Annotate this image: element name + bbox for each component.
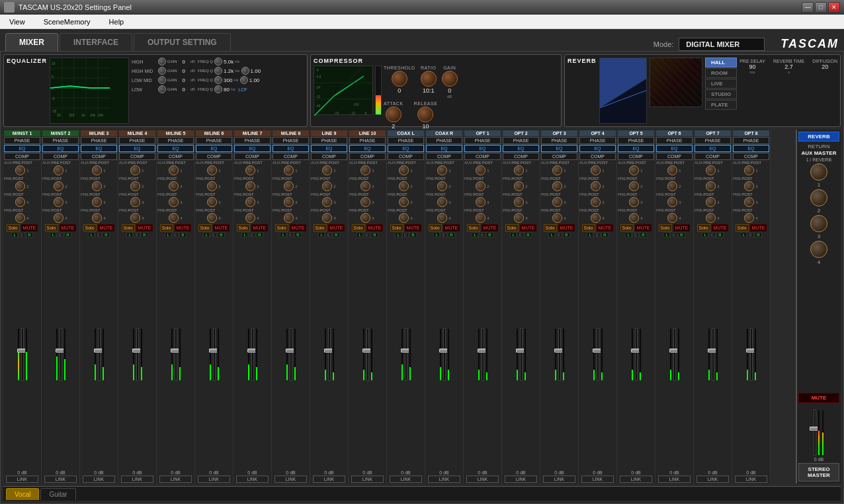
aux-knob-2-10[interactable] [399,181,409,191]
comp-btn-3[interactable]: COMP [119,153,155,160]
aux-knob-4-10[interactable] [399,213,409,223]
solo-btn-15[interactable]: Solo [582,224,595,231]
c-btn-16[interactable]: C [632,232,639,237]
phase-btn-1[interactable]: PHASE [42,137,79,144]
aux-knob-1-3[interactable] [130,165,140,175]
c-btn-6[interactable]: C [249,232,255,237]
l-btn-4[interactable]: L [165,232,171,237]
r-btn-6[interactable]: R [256,232,263,237]
l-btn-19[interactable]: L [740,232,746,237]
aux-knob-3-7[interactable] [284,197,294,207]
l-btn-3[interactable]: L [126,232,132,237]
aux-knob-3-12[interactable] [476,197,485,207]
l-btn-13[interactable]: L [510,232,516,237]
link-btn-0[interactable]: LINK [6,476,39,483]
comp-btn-17[interactable]: COMP [656,153,693,160]
phase-btn-4[interactable]: PHASE [157,137,194,144]
eq-btn-16[interactable]: EQ [618,145,654,152]
eq-btn-5[interactable]: EQ [196,145,232,152]
comp-release-knob[interactable] [417,106,433,122]
aux-knob-4-12[interactable] [476,213,485,223]
aux-knob-1-6[interactable] [245,165,255,175]
c-btn-12[interactable]: C [479,232,485,237]
menu-help[interactable]: Help [105,17,128,27]
c-btn-15[interactable]: C [594,232,601,237]
c-btn-9[interactable]: C [364,232,370,237]
aux-knob-3-8[interactable] [322,197,332,207]
solo-btn-12[interactable]: Solo [467,224,480,231]
phase-btn-2[interactable]: PHASE [81,137,117,144]
comp-threshold-knob[interactable] [392,71,407,87]
eq-high-gain-knob[interactable] [158,58,166,65]
comp-btn-19[interactable]: COMP [733,153,769,160]
l-btn-2[interactable]: L [88,232,94,237]
l-btn-14[interactable]: L [548,232,554,237]
aux-knob-1-4[interactable] [169,165,179,175]
r-btn-7[interactable]: R [294,232,301,237]
reverb-mute-btn[interactable]: MUTE [798,393,839,403]
phase-btn-5[interactable]: PHASE [196,137,232,144]
eq-highmid-gain-knob[interactable] [158,67,166,75]
eq-lowmid-gain-knob[interactable] [158,76,166,84]
phase-btn-7[interactable]: PHASE [273,137,309,144]
comp-btn-14[interactable]: COMP [541,153,577,160]
tab-output-setting[interactable]: OUTPUT SETTING [134,33,231,51]
mute-btn-2[interactable]: MUTE [98,224,115,231]
aux-knob-3-17[interactable] [667,197,677,207]
mute-btn-0[interactable]: MUTE [21,224,38,231]
tab-mixer[interactable]: MIXER [5,33,58,51]
aux-knob-4-11[interactable] [437,213,447,223]
aux-knob-4-9[interactable] [360,213,370,223]
c-btn-17[interactable]: C [671,232,677,237]
mute-btn-15[interactable]: MUTE [597,224,614,231]
aux-knob-1-14[interactable] [552,165,562,175]
link-btn-12[interactable]: LINK [466,476,499,483]
mute-btn-3[interactable]: MUTE [136,224,153,231]
eq-btn-9[interactable]: EQ [349,145,386,152]
aux-knob-3-15[interactable] [591,197,601,207]
r-btn-14[interactable]: R [563,232,570,237]
solo-btn-0[interactable]: Solo [7,224,20,231]
aux-knob-1-13[interactable] [514,165,524,175]
c-btn-18[interactable]: C [709,232,716,237]
c-btn-13[interactable]: C [517,232,524,237]
mute-btn-7[interactable]: MUTE [290,224,307,231]
mute-btn-13[interactable]: MUTE [520,224,537,231]
mute-btn-8[interactable]: MUTE [328,224,345,231]
comp-btn-16[interactable]: COMP [618,153,654,160]
solo-btn-18[interactable]: Solo [697,224,710,231]
return-knob-4[interactable] [810,241,827,258]
tab-interface[interactable]: INTERFACE [60,33,132,51]
reverb-type-live[interactable]: LIVE [705,79,737,89]
link-btn-11[interactable]: LINK [428,476,461,483]
phase-btn-11[interactable]: PHASE [426,137,462,144]
aux-knob-2-4[interactable] [169,181,179,191]
r-btn-18[interactable]: R [716,232,723,237]
aux-knob-3-2[interactable] [92,197,102,207]
l-btn-1[interactable]: L [50,232,56,237]
aux-knob-1-8[interactable] [322,165,332,175]
aux-knob-4-18[interactable] [706,213,716,223]
eq-lowmid-q-knob[interactable] [240,76,248,84]
solo-btn-2[interactable]: Solo [83,224,97,231]
link-btn-16[interactable]: LINK [620,476,653,483]
aux-knob-4-3[interactable] [130,213,140,223]
r-btn-13[interactable]: R [525,232,531,237]
comp-btn-9[interactable]: COMP [349,153,386,160]
c-btn-7[interactable]: C [287,232,294,237]
r-btn-8[interactable]: R [333,232,339,237]
aux-knob-1-2[interactable] [92,165,102,175]
comp-btn-1[interactable]: COMP [42,153,79,160]
eq-btn-19[interactable]: EQ [733,145,769,152]
menu-view[interactable]: View [5,17,29,27]
aux-knob-1-18[interactable] [706,165,716,175]
phase-btn-18[interactable]: PHASE [695,137,731,144]
return-knob-1[interactable] [810,163,827,181]
aux-knob-4-0[interactable] [15,213,25,223]
eq-btn-1[interactable]: EQ [42,145,79,152]
solo-btn-7[interactable]: Solo [275,224,288,231]
comp-btn-7[interactable]: COMP [273,153,309,160]
eq-btn-18[interactable]: EQ [695,145,731,152]
link-btn-18[interactable]: LINK [696,476,730,483]
c-btn-1[interactable]: C [57,232,63,237]
